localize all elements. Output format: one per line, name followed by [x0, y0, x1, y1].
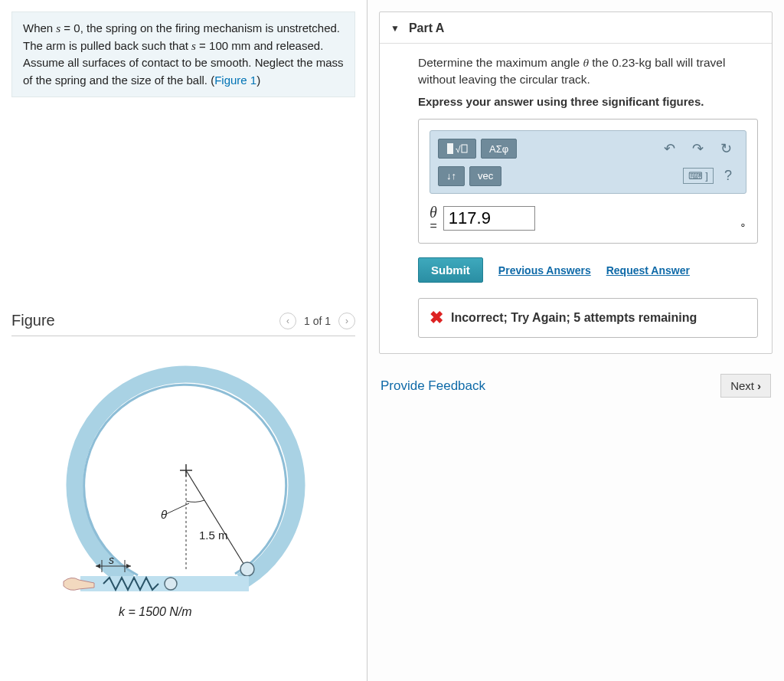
figure-pager-text: 1 of 1	[304, 315, 331, 327]
footer-row: Provide Feedback Next ›	[379, 374, 773, 398]
degree-unit: ∘	[740, 218, 746, 231]
subscript-button[interactable]: ↓↑	[438, 166, 465, 186]
theta-label: θ	[161, 508, 167, 521]
figure-body: θ 1.5 m s k = 1500 N/m	[11, 336, 355, 627]
reset-button[interactable]: ↻	[714, 137, 738, 160]
part-header[interactable]: ▼ Part A	[380, 21, 772, 44]
part-title: Part A	[409, 21, 445, 35]
svg-point-5	[240, 562, 254, 576]
figure-diagram: θ 1.5 m s k = 1500 N/m	[57, 352, 318, 627]
part-content: Determine the maximum angle θ the 0.23-k…	[380, 44, 772, 338]
problem-statement: When s = 0, the spring on the firing mec…	[11, 11, 355, 97]
math-templates-button[interactable]: √	[438, 139, 476, 159]
request-answer-link[interactable]: Request Answer	[606, 264, 690, 277]
s-label: s	[109, 554, 114, 566]
answer-actions: Submit Previous Answers Request Answer	[418, 257, 758, 283]
figure-pager: ‹ 1 of 1 ›	[279, 313, 355, 329]
fraction-root-icon: √	[446, 142, 468, 155]
undo-button[interactable]: ↶	[658, 137, 681, 160]
figure-heading: Figure	[11, 312, 55, 329]
svg-point-7	[165, 578, 177, 590]
submit-button[interactable]: Submit	[418, 257, 483, 283]
figure-header: Figure ‹ 1 of 1 ›	[11, 312, 355, 336]
theta-var: θ	[583, 56, 589, 69]
svg-rect-15	[462, 145, 467, 152]
question-text: Determine the maximum angle θ the 0.23-k…	[418, 54, 758, 87]
figure-prev-button[interactable]: ‹	[279, 313, 296, 329]
chevron-right-icon: ›	[757, 379, 761, 392]
vector-button[interactable]: vec	[469, 166, 501, 186]
right-panel: ▼ Part A Determine the maximum angle θ t…	[368, 0, 784, 681]
equals-sign: =	[430, 220, 437, 232]
next-label: Next	[730, 379, 754, 392]
feedback-box: ✖ Incorrect; Try Again; 5 attempts remai…	[418, 298, 758, 338]
left-panel: When s = 0, the spring on the firing mec…	[0, 0, 368, 681]
figure-link[interactable]: Figure 1	[214, 74, 256, 87]
answer-lhs: θ =	[430, 205, 437, 232]
svg-rect-13	[447, 143, 453, 154]
part-box: ▼ Part A Determine the maximum angle θ t…	[379, 11, 773, 354]
k-label: k = 1500 N/m	[119, 605, 192, 618]
answer-line: θ =	[430, 205, 746, 232]
question-fragment: Determine the maximum angle	[418, 56, 583, 69]
greek-symbols-button[interactable]: ΑΣφ	[481, 139, 517, 159]
previous-answers-link[interactable]: Previous Answers	[498, 264, 591, 277]
feedback-text: Incorrect; Try Again; 5 attempts remaini…	[451, 311, 697, 325]
problem-text: When	[23, 21, 56, 34]
answer-input[interactable]	[443, 206, 535, 231]
svg-text:√: √	[456, 144, 461, 155]
keyboard-button[interactable]: ⌨ ]	[683, 168, 714, 184]
svg-marker-12	[126, 564, 131, 568]
collapse-caret-icon: ▼	[390, 23, 400, 34]
answer-variable: θ	[430, 205, 437, 220]
equation-toolbar: √ ΑΣφ ↶ ↷ ↻ ↓↑ vec ⌨ ] ?	[430, 130, 746, 194]
radius-label: 1.5 m	[199, 529, 228, 542]
answer-instruction: Express your answer using three signific…	[418, 95, 758, 108]
incorrect-icon: ✖	[430, 308, 443, 328]
help-button[interactable]: ?	[718, 165, 738, 187]
provide-feedback-link[interactable]: Provide Feedback	[381, 378, 485, 394]
next-button[interactable]: Next ›	[720, 374, 771, 398]
problem-text: )	[256, 74, 260, 87]
svg-line-2	[186, 470, 245, 566]
answer-area: √ ΑΣφ ↶ ↷ ↻ ↓↑ vec ⌨ ] ?	[418, 119, 758, 244]
redo-button[interactable]: ↷	[686, 137, 710, 160]
figure-next-button[interactable]: ›	[338, 313, 355, 329]
